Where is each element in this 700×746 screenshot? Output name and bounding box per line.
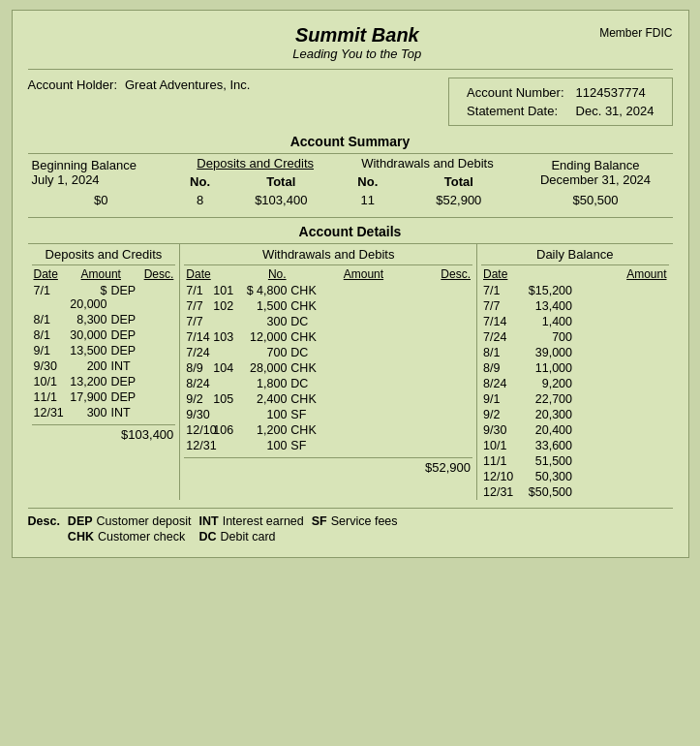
db-date: 9/30 [483,423,514,437]
db-amount: 1,400 [514,315,572,328]
summary-table: Beginning Balance July 1, 2024 Deposits … [28,153,673,209]
db-amount: 22,700 [514,392,572,406]
balance-row: 11/151,500 [481,453,668,469]
balance-row: 7/141,400 [481,314,668,329]
db-date: 8/24 [483,377,514,390]
deposit-row: 11/117,900DEP [32,389,176,405]
db-date: 8/9 [483,361,514,375]
statement-date-value: Dec. 31, 2024 [570,102,660,120]
wd-desc: SF [290,408,325,421]
legend-key-int: INT [199,514,219,528]
wd-desc: CHK [290,423,325,437]
dep-amount: 17,900 [61,390,111,404]
deposit-row: 7/1$ 20,000DEP [32,283,176,312]
dep-desc: INT [111,406,146,420]
db-amount: 700 [514,330,572,344]
db-amount: 13,400 [514,299,572,313]
balance-row: 8/249,200 [481,376,668,391]
legend-item-sf: SF Service fees [312,514,398,528]
withdrawals-rows: 7/1101$ 4,800CHK7/71021,500CHK7/7300DC7/… [184,283,472,453]
legend-label: Desc. [28,514,60,544]
account-details-section: Account Details Deposits and Credits Dat… [28,217,673,500]
header: Summit Bank Leading You to the Top Membe… [28,24,673,61]
dep-date-header: Date [34,267,58,281]
db-amount: 33,600 [514,439,572,452]
dep-amount: 8,300 [61,313,111,326]
dep-desc: DEP [111,375,146,389]
balance-col: Daily Balance Date Amount 7/1$15,2007/71… [477,244,672,500]
account-holder-label: Account Holder: [28,78,118,92]
wd-desc: CHK [290,361,325,375]
wd-amount: 1,200 [240,423,290,437]
balance-row: 9/3020,400 [481,422,668,438]
db-date: 12/10 [483,470,514,483]
legend: Desc. DEP Customer deposit CHK Customer … [28,508,673,544]
summary-dep-no-label: No. [174,172,226,191]
legend-key-sf: SF [312,514,327,528]
balance-row: 7/24700 [481,329,668,345]
wd-amount: 12,000 [240,330,290,344]
summary-col2-header: Deposits and Credits [174,154,336,173]
withdrawal-row: 7/7300DC [184,314,472,329]
account-number-value: 1124537774 [570,83,660,102]
balance-rows: 7/1$15,2007/713,4007/141,4007/247008/139… [481,283,668,500]
deposits-col: Deposits and Credits Date Amount Desc. 7… [28,244,180,500]
deposit-row: 8/130,000DEP [32,327,176,343]
db-date: 7/7 [483,299,514,313]
wd-amount: 700 [240,346,290,359]
bank-statement: Summit Bank Leading You to the Top Membe… [12,10,689,558]
account-summary-title: Account Summary [28,134,673,149]
dep-desc: DEP [111,390,146,404]
summary-dep-total-label: Total [226,172,336,191]
legend-desc-dc: Debit card [221,530,276,544]
withdrawal-row: 7/24700DC [184,345,472,360]
withdrawals-total: $52,900 [184,457,472,475]
wd-no: 106 [213,423,240,437]
wd-date: 7/7 [186,299,213,313]
dep-amount: 30,000 [61,328,111,342]
wd-amount: 28,000 [240,361,290,375]
dep-amount: 13,500 [61,344,111,357]
legend-item-dep: DEP Customer deposit [68,514,192,528]
summary-dep-no: 8 [174,191,226,209]
summary-wd-total: $52,900 [399,191,518,209]
summary-col4-header: Ending Balance December 31, 2024 [518,154,672,192]
wd-desc: CHK [290,284,325,297]
legend-item-chk: CHK Customer check [68,530,192,544]
withdrawal-row: 9/30100SF [184,407,472,422]
db-amount: 39,000 [514,346,572,359]
wd-no-header: No. [268,267,287,281]
wd-desc-header: Desc. [441,267,471,281]
summary-beginning-balance: $0 [28,191,174,209]
wd-amount-header: Amount [344,267,383,281]
summary-wd-total-label: Total [399,172,518,191]
dep-date: 12/31 [34,406,61,420]
db-amount: 50,300 [514,470,572,483]
legend-desc-int: Interest earned [223,514,304,528]
legend-col-3: SF Service fees [312,514,398,544]
dep-amount: 200 [61,359,111,373]
withdrawal-row: 7/1410312,000CHK [184,329,472,345]
db-date: 7/14 [483,315,514,328]
db-date: 7/1 [483,284,514,297]
balance-sub-headers: Date Amount [481,265,668,283]
dep-desc-header: Desc. [144,267,174,281]
legend-key-chk: CHK [68,530,94,544]
withdrawal-row: 7/71021,500CHK [184,298,472,314]
balance-row: 7/1$15,200 [481,283,668,298]
withdrawal-row: 8/910428,000CHK [184,360,472,376]
db-date: 12/31 [483,485,514,499]
balance-row: 10/133,600 [481,438,668,453]
db-date-header: Date [483,267,507,281]
db-date: 9/1 [483,392,514,406]
wd-no [213,377,240,390]
dep-amount: 300 [61,406,111,420]
account-details-title: Account Details [28,224,673,239]
account-number-label: Account Number: [461,83,569,102]
summary-ending-balance: $50,500 [518,191,672,209]
wd-no: 101 [213,284,240,297]
dep-date: 7/1 [34,284,61,311]
balance-row: 12/31$50,500 [481,484,668,500]
balance-row: 7/713,400 [481,298,668,314]
legend-key-dep: DEP [68,514,93,528]
